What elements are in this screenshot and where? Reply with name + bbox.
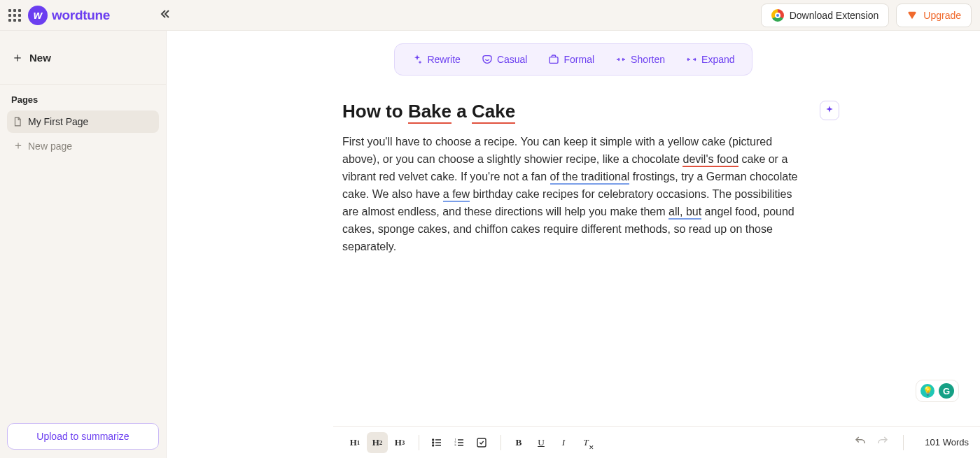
sparkle-icon <box>412 54 423 65</box>
sidebar-item-label: My First Page <box>28 116 88 127</box>
chrome-icon <box>771 9 784 22</box>
svg-point-1 <box>433 439 434 441</box>
bold-button[interactable]: B <box>508 432 529 453</box>
undo-button[interactable] <box>851 432 869 453</box>
grammarly-icon[interactable]: G <box>939 383 954 399</box>
numbered-list-button[interactable]: 123 <box>449 432 470 453</box>
upload-label: Upload to summarize <box>36 431 129 442</box>
divider <box>500 435 501 450</box>
checklist-button[interactable] <box>471 432 492 453</box>
document-body[interactable]: First you'll have to choose a recipe. Yo… <box>342 134 804 256</box>
assistant-float[interactable]: 💡 G <box>916 380 959 402</box>
new-page-button[interactable]: ＋ New page <box>7 133 159 159</box>
svg-point-3 <box>433 445 434 446</box>
app-launcher-icon[interactable] <box>8 9 21 22</box>
download-extension-button[interactable]: Download Extension <box>761 3 890 27</box>
shorten-icon <box>615 54 626 65</box>
new-page-label: New page <box>28 141 72 152</box>
brand-text: wordtune <box>52 8 110 23</box>
underline-button[interactable]: U <box>531 432 552 453</box>
sidebar-divider <box>0 84 166 85</box>
grammar-underline[interactable]: of the traditional <box>550 171 630 185</box>
casual-icon <box>482 54 493 65</box>
word-count: 101 Words <box>925 437 969 448</box>
grammar-underline[interactable]: a few <box>443 188 470 202</box>
expand-icon <box>686 54 697 65</box>
spellcheck-underline[interactable]: Cake <box>472 101 515 124</box>
casual-button[interactable]: Casual <box>475 50 535 69</box>
svg-text:3: 3 <box>454 443 456 447</box>
sidebar-item-my-first-page[interactable]: My First Page <box>7 110 159 133</box>
expand-label: Expand <box>701 54 734 65</box>
shorten-button[interactable]: Shorten <box>608 50 672 69</box>
upgrade-label: Upgrade <box>923 10 961 21</box>
briefcase-icon <box>548 54 559 65</box>
shorten-label: Shorten <box>631 54 665 65</box>
rewrite-button[interactable]: Rewrite <box>405 50 467 69</box>
clear-format-button[interactable]: T✕ <box>575 432 596 453</box>
heading2-button[interactable]: H2 <box>367 432 388 453</box>
expand-button[interactable]: Expand <box>679 50 741 69</box>
svg-point-2 <box>433 442 434 443</box>
sidebar: ＋ New Pages My First Page ＋ New page Upl… <box>0 31 167 458</box>
formal-label: Formal <box>564 54 594 65</box>
svg-rect-7 <box>477 438 486 447</box>
heading1-button[interactable]: H1 <box>344 432 365 453</box>
ai-suggest-button[interactable] <box>820 101 839 120</box>
plus-icon: ＋ <box>13 138 22 153</box>
plus-icon: ＋ <box>11 49 22 66</box>
pages-section-label: Pages <box>7 94 159 110</box>
feature-toolbar: Rewrite Casual Formal Shorten Expand <box>394 43 752 76</box>
upload-to-summarize-button[interactable]: Upload to summarize <box>7 423 159 450</box>
format-bar: H1 H2 H3 123 B U I T✕ 101 Wo <box>333 426 980 458</box>
hint-icon[interactable]: 💡 <box>920 384 934 398</box>
spellcheck-underline[interactable]: Bake <box>408 101 451 124</box>
redo-button[interactable] <box>874 432 892 453</box>
checklist-icon <box>476 437 487 448</box>
rewrite-label: Rewrite <box>427 54 460 65</box>
divider <box>419 435 419 450</box>
numbered-list-icon: 123 <box>454 437 465 448</box>
new-label: New <box>29 52 51 64</box>
page-title[interactable]: How to Bake a Cake <box>342 101 804 122</box>
bullet-list-icon <box>431 437 442 448</box>
grammar-underline[interactable]: all, but <box>668 206 701 220</box>
italic-button[interactable]: I <box>553 432 574 453</box>
document-editor[interactable]: How to Bake a Cake First you'll have to … <box>328 101 818 256</box>
spellcheck-underline[interactable]: devil's food <box>682 153 738 167</box>
divider <box>903 435 904 450</box>
formal-button[interactable]: Formal <box>541 50 601 69</box>
upgrade-button[interactable]: Upgrade <box>896 3 972 27</box>
svg-rect-0 <box>550 57 558 64</box>
diamond-icon <box>906 10 918 21</box>
document-icon <box>13 117 22 127</box>
new-button[interactable]: ＋ New <box>7 43 159 71</box>
download-extension-label: Download Extension <box>790 10 879 21</box>
brand-mark-icon: w <box>28 6 48 25</box>
sparkle-icon <box>824 105 835 116</box>
collapse-sidebar-button[interactable] <box>159 8 170 22</box>
heading3-button[interactable]: H3 <box>389 432 410 453</box>
bullet-list-button[interactable] <box>426 432 447 453</box>
casual-label: Casual <box>497 54 528 65</box>
main-area: Rewrite Casual Formal Shorten Expand <box>167 31 980 458</box>
brand-logo[interactable]: w wordtune <box>28 6 110 25</box>
